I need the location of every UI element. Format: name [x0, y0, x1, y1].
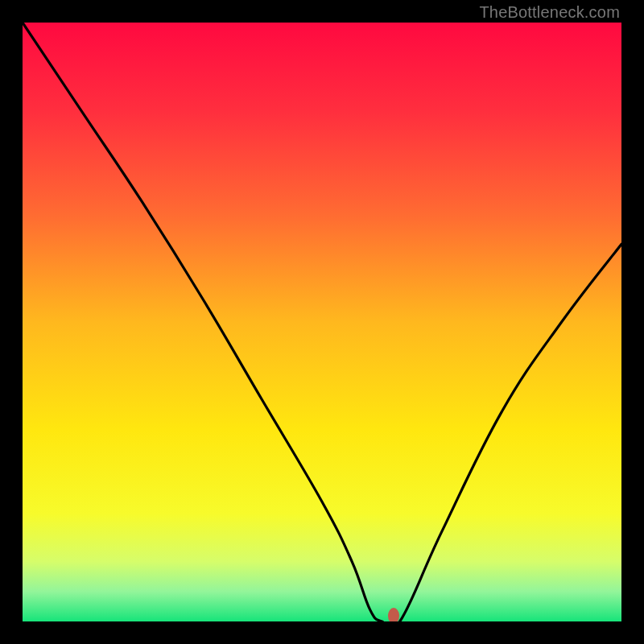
- plot-area: [23, 23, 621, 621]
- watermark-text: TheBottleneck.com: [479, 3, 620, 22]
- minimum-marker: [388, 608, 399, 621]
- bottleneck-curve: [23, 23, 621, 621]
- curve-layer: [23, 23, 621, 621]
- chart-frame: TheBottleneck.com: [0, 0, 644, 644]
